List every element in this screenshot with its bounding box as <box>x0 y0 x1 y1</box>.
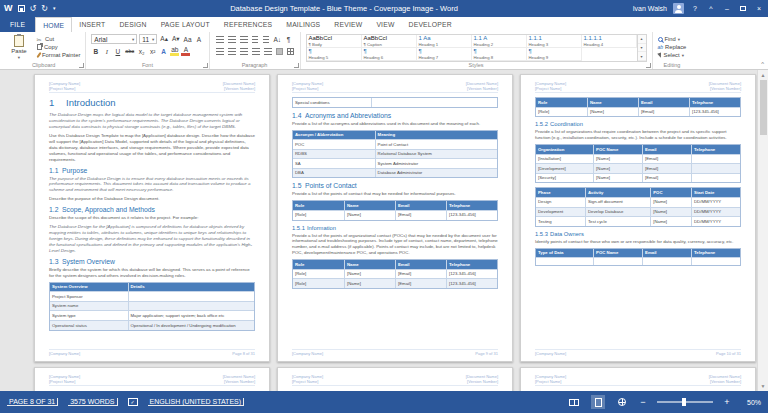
style-heading-9[interactable]: ¶Heading 9 <box>527 48 582 61</box>
document-page[interactable]: [Company Name][Project Name][Document Na… <box>34 367 270 391</box>
doc-heading[interactable]: 2System Overview <box>292 390 498 391</box>
table-cell[interactable]: [Name] <box>650 217 691 226</box>
table-cell[interactable]: [Security] <box>536 174 593 183</box>
ribbon-display-options-button[interactable]: ^ <box>706 5 716 12</box>
tab-developer[interactable]: DEVELOPER <box>402 17 459 32</box>
table-cell[interactable]: Point of Contact <box>375 140 497 149</box>
table-cell[interactable]: DD/MM/YYYY <box>691 198 740 207</box>
style-heading-4[interactable]: 1.1.1.1Heading 4 <box>582 35 637 48</box>
format-painter-button[interactable]: Format Painter <box>35 51 80 59</box>
text-highlight-button[interactable]: ab <box>170 46 179 56</box>
table-cell[interactable]: Telephone <box>691 145 740 154</box>
style-heading-2[interactable]: 1.1 AHeading 2 <box>472 35 527 48</box>
table-cell[interactable]: Major application; support system; back … <box>128 311 254 320</box>
clipboard-dialog-launcher[interactable] <box>79 63 84 68</box>
table-cell[interactable]: Telephone <box>691 249 740 258</box>
table-cell[interactable]: [Role] <box>293 270 344 279</box>
font-size-select[interactable]: 11▾ <box>139 34 157 44</box>
document-page[interactable]: [Company Name][Project Name][Document Na… <box>520 367 756 391</box>
doc-heading[interactable]: 1Introduction <box>49 97 255 108</box>
superscript-button[interactable]: x² <box>148 46 157 56</box>
table-cell[interactable]: POC <box>650 188 691 197</box>
doc-heading[interactable]: 1.3System Overview <box>49 258 255 265</box>
table-cell[interactable]: Operational status <box>50 321 128 330</box>
table-cell[interactable]: Operational / In development / Undergoin… <box>128 321 254 330</box>
table-cell[interactable]: Email <box>642 145 691 154</box>
table-cell[interactable]: System Overview <box>50 283 128 292</box>
vertical-scrollbar[interactable]: ▲ ▼ <box>757 70 768 391</box>
collapse-ribbon-icon[interactable]: ^ <box>761 61 764 67</box>
scrollbar-thumb[interactable] <box>760 80 767 135</box>
table-cell[interactable]: [Name] <box>593 164 642 173</box>
table-cell[interactable]: Email <box>395 260 446 269</box>
style-body[interactable]: AaBbCcI¶ Body <box>307 35 362 48</box>
document-page[interactable]: [Company Name][Project Name][Document Na… <box>520 74 756 362</box>
font-color-button[interactable]: A <box>181 46 190 56</box>
table-cell[interactable]: [Name] <box>650 198 691 207</box>
table-cell[interactable]: Develop Database <box>585 208 650 217</box>
table-cell[interactable]: [Email] <box>642 164 691 173</box>
tab-home[interactable]: HOME <box>35 17 72 32</box>
doc-paragraph[interactable]: The Database Design for the [Application… <box>49 224 255 254</box>
zoom-in-button[interactable]: + <box>723 397 731 407</box>
table-cell[interactable]: Project Sponsor <box>50 292 128 301</box>
table-cell[interactable]: [Email] <box>638 108 689 117</box>
styles-scroll-up-icon[interactable]: ▴ <box>638 35 646 44</box>
table-cell[interactable]: Organization <box>536 145 593 154</box>
minimize-button[interactable]: – <box>722 5 732 12</box>
align-right-button[interactable] <box>239 46 249 56</box>
tab-review[interactable]: REVIEW <box>327 17 369 32</box>
table-cell[interactable]: Testing <box>536 217 585 226</box>
copy-button[interactable]: Copy <box>35 43 80 51</box>
doc-heading[interactable]: 1.5.1Information <box>292 225 498 231</box>
bullets-button[interactable] <box>215 34 225 44</box>
table-cell[interactable]: [123-345-456] <box>689 108 740 117</box>
table-cell[interactable]: SA <box>293 159 375 168</box>
table-cell[interactable]: Special conditions <box>293 98 371 107</box>
doc-paragraph[interactable]: Provide a list of organizations that req… <box>535 129 741 141</box>
text-effects-button[interactable]: A <box>159 46 168 56</box>
line-spacing-button[interactable] <box>263 46 273 56</box>
zoom-level[interactable]: 50% <box>741 399 761 406</box>
table-cell[interactable]: System name <box>50 302 128 311</box>
table-cell[interactable]: [123-345-456] <box>446 279 497 288</box>
table-cell[interactable]: System type <box>50 311 128 320</box>
table-cell[interactable]: [Name] <box>587 108 638 117</box>
zoom-out-button[interactable]: − <box>639 397 647 407</box>
underline-button[interactable]: U <box>113 46 122 56</box>
table-cell[interactable]: Acronym / Abbreviation <box>293 131 375 140</box>
doc-paragraph[interactable]: Provide a list of the points of organiza… <box>292 233 498 257</box>
table-cell[interactable]: RDBS <box>293 150 375 159</box>
table-cell[interactable]: Telephone <box>689 98 740 107</box>
table-cell[interactable]: Email <box>642 249 691 258</box>
table-cell[interactable]: Test cycle <box>585 217 650 226</box>
style-heading-3[interactable]: 1.1.1Heading 3 <box>527 35 582 48</box>
read-mode-button[interactable] <box>567 395 581 409</box>
strikethrough-button[interactable]: abc <box>124 46 135 56</box>
table-cell[interactable]: Telephone <box>446 201 497 210</box>
table-cell[interactable] <box>691 174 740 183</box>
table-cell[interactable]: Role <box>536 98 587 107</box>
table-cell[interactable] <box>691 258 740 265</box>
table-cell[interactable]: POC Name <box>593 249 642 258</box>
doc-table[interactable]: Special conditions <box>292 97 498 108</box>
tab-insert[interactable]: INSERT <box>72 17 112 32</box>
zoom-slider-thumb[interactable] <box>682 398 686 406</box>
paste-button[interactable]: Paste ▾ <box>7 34 31 60</box>
table-cell[interactable]: Database Administrator <box>375 169 497 178</box>
table-cell[interactable]: [Name] <box>593 155 642 164</box>
help-button[interactable]: ? <box>690 5 700 12</box>
table-cell[interactable]: Name <box>344 201 395 210</box>
doc-table[interactable]: OrganizationPOC NameEmailTelephone[Insta… <box>535 144 741 183</box>
change-case-button[interactable]: Aa <box>183 34 193 44</box>
styles-more-icon[interactable]: ▾ <box>638 52 646 61</box>
show-hide-paragraph-button[interactable]: ¶ <box>284 34 293 44</box>
doc-table[interactable]: Type of DataPOC NameEmailTelephone <box>535 248 741 267</box>
table-cell[interactable]: [Role] <box>536 108 587 117</box>
table-cell[interactable]: System Administrator <box>375 159 497 168</box>
doc-paragraph[interactable]: The purpose of the Database Design is to… <box>49 176 255 194</box>
find-button[interactable]: Find▾ <box>658 35 687 43</box>
style-heading-7[interactable]: ¶Heading 7 <box>417 48 472 61</box>
doc-heading[interactable]: 1.4Acronyms and Abbreviations <box>292 112 498 119</box>
replace-button[interactable]: abReplace <box>658 43 687 51</box>
